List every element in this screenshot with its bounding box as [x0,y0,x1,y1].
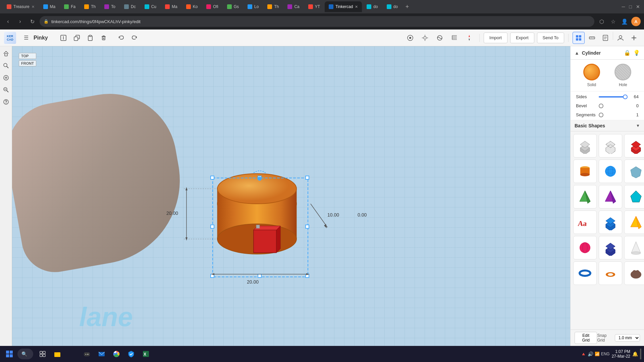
taskbar-steam[interactable] [65,347,79,361]
add-object-button[interactable] [1,73,11,82]
forward-button[interactable]: › [15,17,25,26]
shape-text-red[interactable]: Aa [573,210,597,234]
inspector-collapse-button[interactable]: ▲ [575,50,579,56]
close-window-button[interactable]: ✕ [635,3,641,11]
tab-fa[interactable]: Fa [60,1,79,12]
tab-tinkercad[interactable]: Tinkercad ✕ [325,1,362,12]
bevel-dot[interactable] [599,104,603,108]
tab-do2[interactable]: do [383,1,402,12]
help-button[interactable] [1,97,11,107]
taskbar-game[interactable] [80,347,94,361]
paste-button[interactable] [84,32,96,44]
profile-icon[interactable]: 👤 [620,17,629,26]
maximize-button[interactable]: □ [628,3,633,11]
shape-sphere-pink[interactable] [573,236,597,259]
taskbar-antivirus[interactable] [124,347,138,361]
show-desktop-button[interactable] [640,349,641,359]
volume-icon[interactable]: 🔊 [588,351,593,357]
user-button[interactable] [614,32,627,44]
list-view-toggle[interactable]: ☰ [21,33,31,43]
shape-torus-orange[interactable] [599,261,622,285]
segments-dot[interactable] [599,113,603,117]
profile-avatar[interactable]: A [631,17,641,26]
bookmark-icon[interactable]: ☆ [608,17,618,26]
lightbulb-icon[interactable]: 💡 [633,50,640,56]
zoom-out-button[interactable] [1,85,11,95]
taskbar-search-button[interactable]: 🔍 [17,349,33,359]
snap-grid-select[interactable]: 1.0 mm 0.5 mm 2.0 mm [615,334,640,342]
shape-box-blue[interactable] [599,210,622,234]
taskbar-chrome[interactable] [110,347,123,361]
zoom-fit-button[interactable] [1,61,11,70]
ruler-view-button[interactable] [586,32,598,44]
taskbar-explorer[interactable] [51,347,64,361]
tab-do1[interactable]: do [363,1,382,12]
grid-view-button[interactable] [573,32,585,44]
import-button[interactable]: Import [484,33,507,43]
shape-box-hatched[interactable] [599,134,622,158]
sides-track[interactable] [599,96,627,98]
undo-button[interactable] [115,32,127,44]
hole-button[interactable]: Hole [614,64,631,87]
shape-abstract-blue[interactable] [624,160,644,183]
taskbar-clock[interactable]: 1:07 PM 27-Mar-22 [612,349,630,359]
shape-cylinder-orange[interactable] [573,160,597,183]
tab-gs[interactable]: Gs [223,1,243,12]
edit-grid-button[interactable]: Edit Grid [575,332,597,344]
tab-ca[interactable]: Ca [283,1,303,12]
shape-box-gray[interactable] [573,134,597,158]
tab-ma1[interactable]: Ma [39,1,60,12]
tab-yt[interactable]: YT [304,1,324,12]
copy-button[interactable] [71,32,83,44]
minimize-button[interactable]: ─ [621,3,627,11]
taskbar-mail[interactable] [95,347,108,361]
taskbar-taskview[interactable] [36,347,49,361]
sides-thumb[interactable] [623,95,628,99]
tab-ma2[interactable]: Ma [161,1,181,12]
light-button[interactable] [419,32,431,44]
refresh-button[interactable]: ↻ [28,17,37,26]
add-button[interactable] [628,32,640,44]
taskbar-excel[interactable]: X [139,347,153,361]
measure-button[interactable] [434,32,446,44]
canvas-area[interactable]: TOP FRONT [12,46,570,346]
tab-close[interactable]: ✕ [32,5,35,9]
shapes-dropdown-arrow[interactable]: ▼ [636,123,640,128]
address-bar[interactable]: 🔒 tinkercad.com/things/0f4pwCKALhV-pinky… [40,16,594,27]
home-button[interactable] [1,49,11,58]
notification-button[interactable]: 🔔 [632,351,638,357]
compass-button[interactable] [463,32,475,44]
align-button[interactable] [404,32,416,44]
shape-sphere-blue[interactable] [599,160,622,183]
tab-ofi[interactable]: Ofi [202,1,222,12]
shape-pyramid-green[interactable] [573,185,597,208]
shape-cone-white[interactable] [624,236,644,259]
battery-icon[interactable]: ENG [601,352,610,356]
wifi-icon[interactable]: 📶 [595,352,600,356]
tab-treasure[interactable]: Treasure ✕ [3,1,39,12]
tab-to[interactable]: To [100,1,119,12]
sendto-button[interactable]: Send To [537,33,564,43]
tab-lo[interactable]: Lo [244,1,263,12]
shape-pyramid-purple[interactable] [599,185,622,208]
back-button[interactable]: ‹ [3,17,13,26]
shape-torus-blue[interactable] [573,261,597,285]
new-shape-button[interactable] [57,32,69,44]
tab-cu[interactable]: Cu [141,1,160,12]
solid-button[interactable]: Solid [583,64,600,87]
shape-blob-brown[interactable] [624,261,644,285]
shape-pyramid-yellow[interactable] [624,210,644,234]
notes-view-button[interactable] [599,32,611,44]
shape-box-dark-blue[interactable] [599,236,622,259]
extensions-icon[interactable]: ⬡ [597,17,606,26]
export-button[interactable]: Export [510,33,534,43]
lock-shape-icon[interactable]: 🔒 [624,50,631,56]
shape-teal[interactable] [624,185,644,208]
tab-th1[interactable]: Th [80,1,100,12]
tab-th2[interactable]: Th [263,1,283,12]
tab-dc[interactable]: Dc [120,1,140,12]
new-tab-button[interactable]: + [402,2,412,11]
redo-button[interactable] [128,32,141,44]
delete-button[interactable] [98,32,110,44]
start-button[interactable] [3,347,16,361]
